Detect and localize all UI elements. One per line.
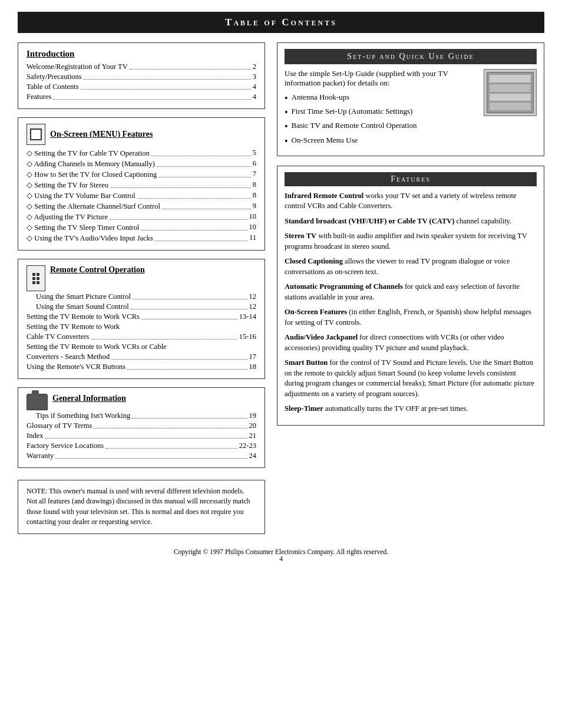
- toc-dots: [132, 418, 247, 419]
- toc-page: 19: [249, 411, 257, 420]
- feature-bold: Automatic Programming of Channels: [285, 282, 403, 291]
- toc-page: 6: [253, 159, 256, 169]
- toc-page: 7: [253, 170, 256, 179]
- toc-dots: [127, 369, 247, 370]
- toc-row: Features4: [27, 93, 256, 101]
- intro-entries: Welcome/Registration of Your TV2Safety/P…: [27, 62, 256, 101]
- toc-row: Setting the TV Remote to Work VCRs or Ca…: [27, 342, 256, 351]
- toc-page: 17: [249, 353, 257, 361]
- toc-row: ◇ Setting the TV for Stereo8: [27, 180, 256, 190]
- toc-label: Using the Smart Picture Control: [36, 292, 131, 301]
- toc-label: Index: [27, 431, 43, 440]
- toc-dots: [133, 299, 247, 299]
- toc-page: 10: [249, 223, 257, 232]
- toc-page: 22-23: [239, 442, 256, 450]
- feature-bold: On-Screen Features: [285, 308, 347, 316]
- toc-dots: [151, 156, 251, 156]
- feature-item: Smart Button for the control of TV Sound…: [285, 358, 537, 399]
- setup-inner: Use the simple Set-Up Guide (supplied wi…: [285, 69, 537, 150]
- feature-text: with built-in audio amplifier and twin s…: [285, 232, 527, 251]
- toc-page: 13-14: [239, 312, 256, 321]
- copyright-text: Copyright © 1997 Philips Consumer Electr…: [18, 548, 544, 555]
- feature-bold: Standard broadcast (VHF/UHF) or Cable TV…: [285, 217, 454, 225]
- menu-icon: [27, 124, 45, 145]
- toc-dots: [45, 438, 247, 439]
- remote-entries: Setting the TV Remote to Work VCRs13-14S…: [27, 312, 256, 371]
- toc-dots: [131, 309, 247, 309]
- setup-bullets: •Antenna Hook-ups•First Time Set-Up (Aut…: [285, 93, 478, 147]
- toc-dots: [94, 428, 247, 429]
- toc-label: ◇ Setting the Alternate Channel/Surf Con…: [27, 202, 160, 211]
- features-items: Infrared Remote Control works your TV se…: [285, 191, 537, 414]
- toc-dots: [110, 187, 251, 188]
- feature-bold: Audio/Video Jackpanel: [285, 333, 358, 341]
- general-section: General Information Tips if Something Is…: [18, 387, 265, 468]
- remote-sub-entries: Using the Smart Picture Control12Using t…: [27, 292, 256, 311]
- onscreen-title: On-Screen (MENU) Features: [50, 130, 153, 139]
- toc-dots: [157, 166, 251, 167]
- toc-label: ◇ Setting the TV for Stereo: [27, 180, 108, 190]
- toc-row: ◇ Adjusting the TV Picture10: [27, 212, 256, 222]
- toc-row: Using the Smart Picture Control12: [36, 292, 256, 301]
- feature-item: On-Screen Features (in either English, F…: [285, 307, 537, 328]
- features-box: Features Infrared Remote Control works y…: [277, 166, 544, 426]
- toc-dots: [84, 79, 251, 80]
- toc-page: 9: [253, 202, 256, 211]
- toc-label: Factory Service Locations: [27, 442, 104, 450]
- toc-dots: [141, 319, 237, 319]
- toc-row: Glossary of TV Terms20: [27, 421, 256, 430]
- feature-item: Standard broadcast (VHF/UHF) or Cable TV…: [285, 216, 537, 227]
- bullet-label: On-Screen Menu Use: [292, 136, 358, 145]
- general-entries: Glossary of TV Terms20Index21Factory Ser…: [27, 421, 256, 460]
- feature-bold: Closed Captioning: [285, 257, 343, 265]
- bullet-dot: •: [285, 121, 288, 132]
- toc-label: ◇ Adding Channels in Memory (Manually): [27, 159, 155, 169]
- toc-row: Cable TV Converters15-16: [27, 332, 256, 341]
- toc-row: Using the Smart Sound Control12: [36, 302, 256, 311]
- toc-page: 20: [249, 421, 257, 430]
- page-title: Table of Contents: [18, 12, 544, 33]
- toc-row: Using the Remote's VCR Buttons18: [27, 363, 256, 371]
- toc-label: Setting the TV Remote to Work: [27, 322, 120, 331]
- toc-row: ◇ How to Set the TV for Closed Captionin…: [27, 170, 256, 179]
- toc-row: Converters - Search Method17: [27, 353, 256, 361]
- feature-item: Audio/Video Jackpanel for direct connect…: [285, 332, 537, 353]
- bullet-dot: •: [285, 107, 288, 118]
- toc-page: 8: [253, 191, 256, 200]
- features-title: Features: [285, 172, 537, 186]
- toc-dots: [141, 230, 247, 230]
- toc-page: 5: [253, 149, 256, 158]
- toc-page: 3: [253, 73, 256, 81]
- toc-dots: [81, 89, 251, 90]
- toc-row: ◇ Setting the TV Sleep Timer Control10: [27, 223, 256, 232]
- feature-bold: Infrared Remote Control: [285, 192, 363, 200]
- toc-label: Tips if Something Isn't Working: [36, 411, 130, 420]
- toc-row: Table of Contents4: [27, 83, 256, 91]
- toc-row: Safety/Precautions3: [27, 73, 256, 81]
- toc-dots: [91, 339, 237, 340]
- page-number: 4: [18, 555, 544, 562]
- toc-page: 8: [253, 180, 256, 190]
- feature-item: Automatic Programming of Channels for qu…: [285, 282, 537, 302]
- toc-page: 21: [249, 431, 257, 440]
- toc-page: 4: [253, 83, 256, 91]
- toc-label: ◇ Setting the TV for Cable TV Operation: [27, 149, 150, 158]
- toc-dots: [155, 241, 247, 241]
- note-box: NOTE: This owner's manual is used with s…: [18, 480, 265, 534]
- toc-row: ◇ Setting the Alternate Channel/Surf Con…: [27, 202, 256, 211]
- toc-page: 24: [249, 452, 257, 460]
- toc-page: 18: [249, 363, 257, 371]
- note-text: NOTE: This owner's manual is used with s…: [27, 487, 250, 526]
- feature-item: Stereo TV with built-in audio amplifier …: [285, 231, 537, 252]
- toc-dots: [130, 69, 251, 70]
- toc-label: Setting the TV Remote to Work VCRs: [27, 312, 140, 321]
- toc-label: Table of Contents: [27, 83, 79, 91]
- feature-item: Infrared Remote Control works your TV se…: [285, 191, 537, 212]
- toc-row: Tips if Something Isn't Working19: [36, 411, 256, 420]
- feature-bold: Stereo TV: [285, 232, 316, 240]
- toc-dots: [162, 209, 251, 209]
- toc-label: Safety/Precautions: [27, 73, 82, 81]
- toc-label: ◇ Setting the TV Sleep Timer Control: [27, 223, 140, 232]
- toc-dots: [55, 458, 247, 459]
- toc-label: Features: [27, 93, 51, 101]
